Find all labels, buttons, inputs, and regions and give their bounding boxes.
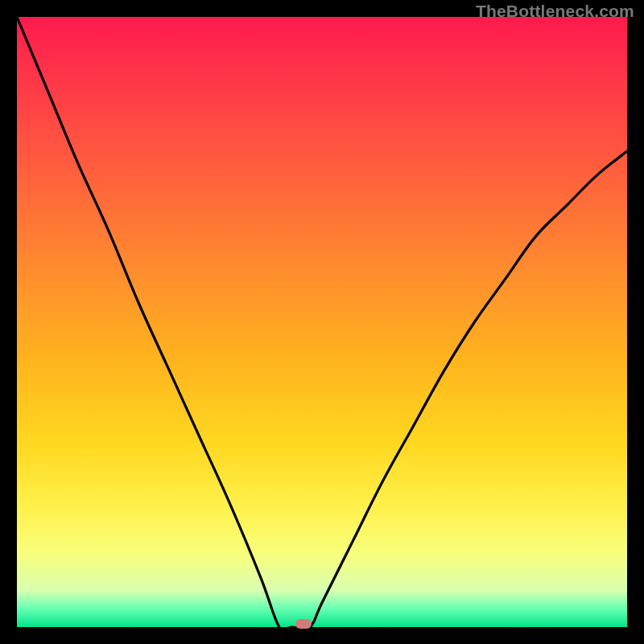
plot-area (17, 17, 627, 627)
curve-layer (17, 17, 627, 627)
chart-frame: TheBottleneck.com (0, 0, 644, 644)
bottleneck-curve (17, 17, 627, 627)
watermark-text: TheBottleneck.com (476, 2, 634, 21)
optimal-point-marker (295, 619, 312, 629)
